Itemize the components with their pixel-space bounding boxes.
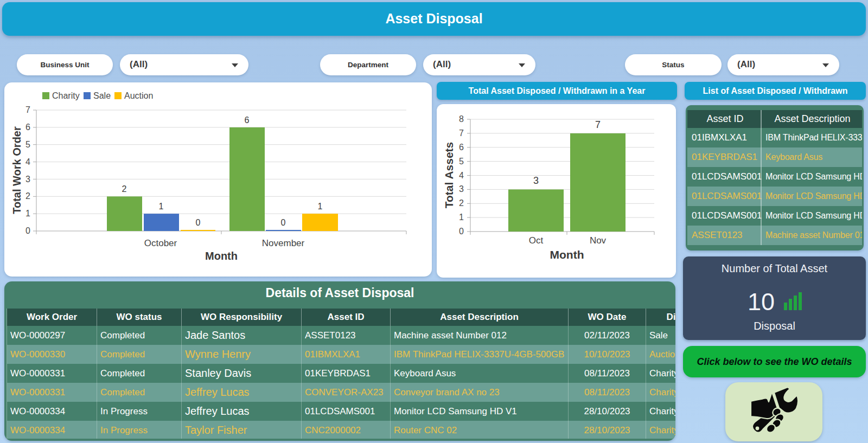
svg-text:Month: Month (205, 250, 238, 262)
svg-text:3: 3 (25, 175, 30, 184)
svg-text:October: October (144, 238, 177, 248)
svg-text:Oct: Oct (529, 235, 544, 246)
svg-text:2: 2 (459, 198, 464, 208)
svg-text:7: 7 (25, 105, 30, 114)
svg-text:0: 0 (25, 226, 30, 235)
svg-text:4: 4 (459, 171, 464, 180)
svg-text:7: 7 (595, 119, 601, 130)
svg-text:5: 5 (459, 157, 464, 166)
svg-text:5: 5 (25, 140, 30, 149)
svg-text:8: 8 (459, 114, 464, 124)
svg-text:2: 2 (122, 184, 127, 194)
svg-text:Month: Month (550, 248, 584, 261)
svg-text:6: 6 (25, 123, 30, 132)
svg-text:3: 3 (459, 184, 464, 194)
svg-text:1: 1 (25, 209, 30, 218)
svg-text:4: 4 (25, 157, 30, 166)
svg-text:1: 1 (159, 202, 164, 211)
svg-text:Nov: Nov (590, 235, 607, 246)
svg-text:6: 6 (459, 143, 464, 152)
svg-text:November: November (262, 238, 305, 248)
svg-text:Sale: Sale (93, 91, 111, 100)
svg-text:0: 0 (459, 227, 464, 236)
svg-text:Total Assets: Total Assets (443, 142, 455, 209)
svg-text:1: 1 (459, 213, 464, 222)
svg-text:7: 7 (459, 129, 464, 138)
svg-text:3: 3 (533, 175, 539, 186)
svg-text:6: 6 (245, 115, 250, 125)
svg-text:0: 0 (196, 218, 201, 227)
svg-text:Charity: Charity (52, 91, 80, 100)
svg-text:0: 0 (281, 218, 286, 227)
svg-text:2: 2 (25, 191, 30, 201)
svg-text:1: 1 (318, 202, 323, 211)
svg-text:Total Work Order: Total Work Order (11, 126, 23, 214)
svg-text:Auction: Auction (124, 91, 153, 100)
